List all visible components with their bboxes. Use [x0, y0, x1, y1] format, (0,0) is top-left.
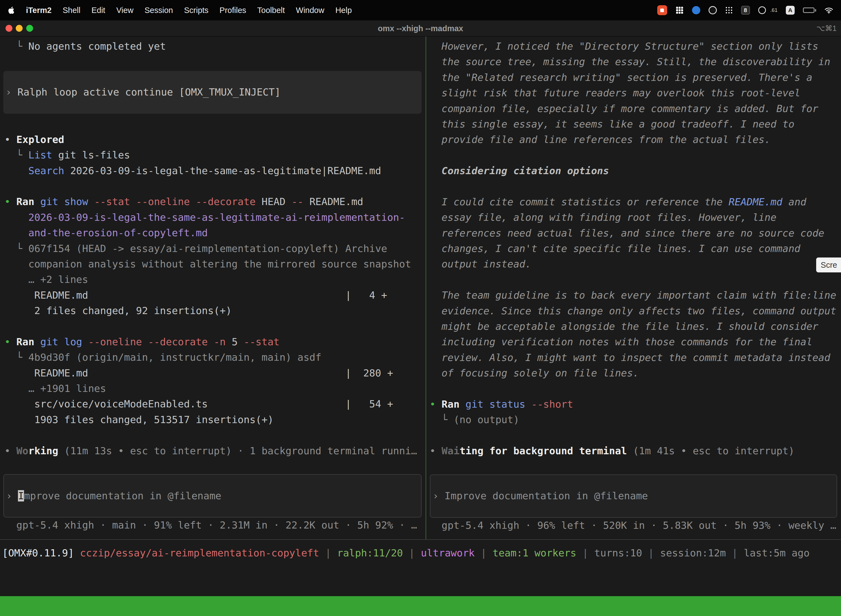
dots-grid-icon[interactable] — [725, 6, 733, 14]
terminal-line: of focusing solely on file lines. — [426, 365, 841, 381]
battery-body — [803, 7, 815, 13]
apple-menu-icon[interactable] — [8, 6, 15, 14]
terminal-line: this single essay, it seems like a good … — [426, 116, 841, 132]
text-segment: Search — [28, 165, 64, 176]
title-bar[interactable]: omx --xhigh --madmax ⌥⌘1 — [0, 21, 841, 37]
menu-item-scripts[interactable]: Scripts — [184, 6, 209, 15]
text-segment: git status — [459, 399, 525, 410]
wifi-icon[interactable] — [825, 7, 833, 14]
text-segment: and-the-erosion-of-copyleft.md — [4, 227, 208, 238]
text-segment: --stat — [237, 336, 280, 348]
input-source-icon[interactable]: A — [786, 6, 795, 15]
text-segment: -- — [286, 196, 303, 207]
blank-line — [426, 179, 841, 194]
text-segment: • — [4, 196, 16, 207]
text-segment: 2 files changed, 92 insertions(+) — [4, 305, 232, 316]
terminal-line: essay file, along with finding root file… — [426, 210, 841, 225]
ring-app-icon[interactable] — [758, 6, 766, 14]
terminal-line: and-the-erosion-of-copyleft.md — [0, 225, 425, 241]
terminal-line: • Explored — [0, 132, 425, 147]
terminal-line: └ List git ls-files — [0, 147, 425, 163]
text-segment: List — [28, 149, 53, 161]
text-segment: --short — [525, 399, 573, 410]
text-cursor: I — [18, 490, 24, 502]
text-segment: Wai — [441, 445, 459, 456]
menu-item-shell[interactable]: Shell — [63, 6, 81, 15]
prompt-line: › Improve documentation in @filename — [4, 488, 221, 504]
screen-tooltip[interactable]: Scre — [816, 258, 841, 273]
pane-divider[interactable] — [425, 37, 426, 539]
terminal-line: companion analysis without altering the … — [0, 257, 425, 272]
terminal-line: └ 4b9d30f (origin/main, instructkr/main,… — [0, 350, 425, 365]
text-segment: └ (no output) — [429, 414, 519, 425]
terminal-line: 2 files changed, 92 insertions(+) — [0, 303, 425, 318]
text-segment: › — [6, 87, 18, 98]
terminal-line: output instead. — [426, 257, 841, 272]
pane-left[interactable]: └ No agents completed yet› Ralph loop ac… — [0, 37, 425, 539]
text-segment: companion analysis without altering the … — [4, 258, 411, 270]
text-segment: references need actual files, and since … — [429, 227, 824, 239]
blue-app-icon[interactable] — [692, 6, 700, 14]
menu-item-toolbelt[interactable]: Toolbelt — [257, 6, 285, 15]
blank-line — [0, 459, 425, 474]
key-8-icon[interactable]: 8 — [741, 6, 750, 15]
text-segment: However, I noticed the "Directory Struct… — [429, 41, 818, 52]
text-segment: the source tree, missing the essay. Stil… — [429, 56, 830, 67]
terminal-line: Considering citation options — [426, 163, 841, 179]
dark-app-icon[interactable] — [709, 6, 717, 14]
text-segment: git ls-files — [52, 149, 130, 161]
menu-item-profiles[interactable]: Profiles — [220, 6, 246, 15]
text-segment: changes, I can't cite specific file line… — [429, 243, 800, 254]
text-segment: README.md | 4 + — [4, 289, 387, 301]
menu-item-edit[interactable]: Edit — [91, 6, 105, 15]
terminal-line: src/voice/voiceModeEnabled.ts | 54 + — [0, 396, 425, 412]
text-segment: | — [726, 547, 744, 559]
text-segment: (1m 41s • esc to interrupt) — [627, 445, 794, 456]
text-segment: └ 4b9d30f (origin/main, instructkr/main,… — [4, 352, 321, 363]
menu-item-window[interactable]: Window — [296, 6, 324, 15]
terminal-line: • Waiting for background terminal (1m 41… — [426, 443, 841, 459]
text-segment: README.md | 280 + — [4, 367, 393, 378]
pane-right[interactable]: However, I noticed the "Directory Struct… — [426, 37, 841, 539]
text-segment: might be acceptable alongside the file l… — [429, 321, 818, 332]
text-segment: 2026-03-09-is-legal-the-same-as-legitima… — [4, 212, 405, 223]
prompt-input[interactable]: › Improve documentation in @filename — [430, 474, 837, 518]
text-segment: review. Also, I might want to inspect th… — [429, 352, 830, 363]
text-segment: 1903 files changed, 513517 insertions(+) — [4, 414, 273, 425]
terminal-line: evidence. Since this change only affects… — [426, 303, 841, 319]
terminal-line: the source tree, missing the essay. Stil… — [426, 54, 841, 70]
text-segment: • — [429, 399, 441, 410]
terminal-line: I could cite commit statistics or refere… — [426, 194, 841, 210]
text-segment: The team guideline is to back every impo… — [429, 289, 836, 301]
text-segment: • — [4, 134, 16, 145]
prompt-text: mprove documentation in @filename — [24, 490, 221, 502]
blank-line — [0, 179, 425, 194]
menu-item-help[interactable]: Help — [335, 6, 352, 15]
text-segment: Considering citation options — [429, 165, 609, 176]
notice-box: › Ralph loop active continue [OMX_TMUX_I… — [3, 71, 422, 114]
text-segment: companion file, especially if more comme… — [429, 103, 818, 114]
text-segment: • — [4, 336, 16, 348]
text-segment: essay file, along with finding root file… — [429, 212, 777, 223]
battery-icon[interactable] — [803, 7, 816, 13]
terminal-line: • Working (11m 13s • esc to interrupt) ·… — [0, 443, 425, 459]
blank-line — [426, 148, 841, 163]
menu-item-view[interactable]: View — [116, 6, 133, 15]
menu-item-session[interactable]: Session — [145, 6, 173, 15]
prompt-input[interactable]: › Improve documentation in @filename — [3, 474, 422, 518]
menu-item-iterm2[interactable]: iTerm2 — [26, 6, 51, 15]
text-segment: team:1 workers — [492, 547, 576, 559]
text-segment: • — [429, 445, 441, 456]
screen-record-icon[interactable] — [657, 5, 667, 15]
text-segment: No agents completed yet — [28, 41, 166, 52]
grid-app-icon[interactable] — [675, 6, 684, 14]
menu-bar: iTerm2ShellEditViewSessionScriptsProfile… — [0, 0, 841, 21]
text-segment: … +2 lines — [4, 274, 88, 285]
text-segment: • — [4, 445, 16, 456]
text-segment: last:5m ago — [744, 547, 810, 559]
terminal-line: README.md | 280 + — [0, 365, 425, 381]
blank-line — [426, 428, 841, 443]
terminal-line: └ 067f154 (HEAD -> essay/ai-reimplementa… — [0, 241, 425, 257]
model-status-line: gpt-5.4 xhigh · main · 91% left · 2.31M … — [0, 518, 425, 533]
status-separator — [0, 539, 841, 540]
